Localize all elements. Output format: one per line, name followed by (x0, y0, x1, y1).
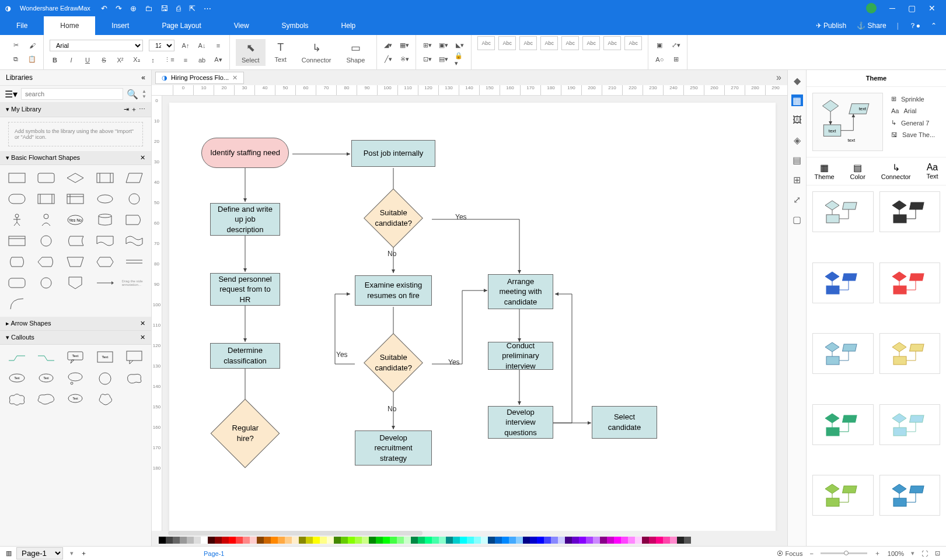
color-swatch[interactable] (411, 537, 418, 544)
select-tool[interactable]: ⬉Select (236, 39, 266, 66)
callout-shape[interactable] (5, 391, 29, 408)
node-identify[interactable]: Identify staffing need (201, 138, 289, 168)
callout-shape[interactable] (5, 349, 29, 366)
my-library-label[interactable]: My Library (11, 106, 41, 113)
color-swatch[interactable] (656, 537, 663, 544)
font-select[interactable]: Arial (50, 40, 143, 51)
new-icon[interactable]: ⊕ (130, 4, 137, 13)
color-swatch[interactable] (418, 537, 425, 544)
style-preset[interactable]: Abc (603, 36, 621, 50)
group-icon[interactable]: ⊡▾ (422, 54, 432, 65)
color-swatch[interactable] (313, 537, 320, 544)
color-swatch[interactable] (355, 537, 362, 544)
callout-shape[interactable] (93, 391, 117, 408)
color-swatch[interactable] (222, 537, 229, 544)
format-painter-icon[interactable]: 🖌 (27, 40, 37, 51)
color-swatch[interactable] (614, 537, 621, 544)
library-list-icon[interactable]: ☰▾ (5, 89, 18, 100)
node-send[interactable]: Send personnel request from to HR (210, 273, 280, 306)
close-section-icon[interactable]: ✕ (140, 334, 145, 341)
search-icon[interactable]: 🔍 (127, 89, 138, 100)
flip-icon[interactable]: ◣▾ (455, 40, 465, 51)
shadow-icon[interactable]: ▦▾ (399, 40, 410, 51)
chevron-up-icon[interactable]: ⌃ (931, 22, 937, 30)
menu-home[interactable]: Home (44, 16, 95, 35)
present-panel-icon[interactable]: ▢ (791, 214, 803, 225)
import-icon[interactable]: ⇥ (124, 106, 129, 113)
color-swatch[interactable] (509, 537, 516, 544)
color-swatch[interactable] (600, 537, 607, 544)
text-tool[interactable]: TText (269, 39, 292, 65)
circle2-shape[interactable] (34, 233, 58, 249)
color-swatch[interactable] (292, 537, 299, 544)
linespacing-icon[interactable]: ↕ (148, 55, 158, 65)
callouts-label[interactable]: Callouts (11, 334, 34, 341)
decision-shape[interactable] (63, 170, 88, 186)
color-swatch[interactable] (166, 537, 173, 544)
color-swatch[interactable] (670, 537, 677, 544)
focus-button[interactable]: ⦿ Focus (777, 550, 802, 557)
help-icon[interactable]: ？● (909, 21, 920, 31)
fit-icon[interactable]: ⛶ (921, 550, 928, 557)
add-page-icon[interactable]: ＋ (81, 549, 87, 558)
color-swatch[interactable] (285, 537, 292, 544)
color-swatch[interactable] (649, 537, 656, 544)
color-swatch[interactable] (397, 537, 404, 544)
color-swatch[interactable] (628, 537, 635, 544)
file-tab[interactable]: ◑ Hiring Process Flo... ✕ (155, 72, 244, 84)
color-swatch[interactable] (383, 537, 390, 544)
line-shape[interactable] (122, 254, 146, 270)
annot-shape[interactable]: Drag the side annotation... (122, 275, 146, 291)
card-shape[interactable] (5, 233, 29, 249)
line-icon[interactable]: ╱▾ (383, 54, 393, 65)
color-swatch[interactable] (502, 537, 509, 544)
theme-thumbnail[interactable] (879, 404, 941, 445)
circle3-shape[interactable] (34, 275, 58, 291)
color-swatch[interactable] (544, 537, 551, 544)
delay-shape[interactable] (122, 212, 146, 228)
case-icon[interactable]: ab (197, 55, 207, 65)
color-swatch[interactable] (677, 537, 684, 544)
color-swatch[interactable] (488, 537, 495, 544)
actor2-shape[interactable] (34, 212, 58, 228)
color-swatch[interactable] (250, 537, 257, 544)
open-icon[interactable]: 🗀 (145, 4, 152, 13)
color-swatch[interactable] (467, 537, 474, 544)
arrow-shapes-label[interactable]: Arrow Shapes (11, 320, 51, 327)
basic-flowchart-label[interactable]: Basic Flowchart Shapes (11, 154, 80, 161)
color-swatch[interactable] (306, 537, 313, 544)
yesno-bubble[interactable]: Yes No (63, 212, 88, 228)
color-swatch[interactable] (180, 537, 187, 544)
export-icon[interactable]: ⇱ (189, 4, 196, 13)
cut-icon[interactable]: ✂ (11, 40, 21, 51)
callout-shape[interactable] (34, 349, 58, 366)
color-swatch[interactable] (208, 537, 215, 544)
italic-icon[interactable]: I (66, 55, 76, 65)
theme-thumbnail[interactable] (812, 404, 874, 445)
color-swatch[interactable] (663, 537, 670, 544)
color-swatch[interactable] (453, 537, 460, 544)
color-swatch[interactable] (481, 537, 488, 544)
menu-help[interactable]: Help (325, 16, 372, 35)
layers-panel-icon[interactable]: ◈ (791, 134, 803, 146)
display-shape[interactable] (5, 254, 29, 270)
theme-thumbnail[interactable] (812, 262, 874, 303)
node-develop-rec[interactable]: Develop recruitment strategy (355, 430, 432, 466)
actor-shape[interactable] (5, 212, 29, 228)
style-preset[interactable]: Abc (477, 36, 495, 50)
callout-shape[interactable]: Text (34, 370, 58, 387)
terminator-shape[interactable] (93, 170, 117, 186)
zoom-out-icon[interactable]: − (809, 550, 813, 557)
color-swatch[interactable] (264, 537, 271, 544)
table-panel-icon[interactable]: ▤ (791, 154, 803, 166)
color-swatch[interactable] (243, 537, 250, 544)
add-icon[interactable]: ＋ (131, 106, 137, 113)
close-tab-icon[interactable]: ✕ (232, 74, 238, 82)
shape-tool[interactable]: ▭Shape (341, 39, 371, 66)
color-swatch[interactable] (425, 537, 432, 544)
stored-shape[interactable] (63, 233, 88, 249)
fontcolor-icon[interactable]: A▾ (213, 55, 224, 65)
color-swatch[interactable] (320, 537, 327, 544)
color-swatch[interactable] (558, 537, 565, 544)
align-icon[interactable]: ≡ (213, 40, 224, 51)
